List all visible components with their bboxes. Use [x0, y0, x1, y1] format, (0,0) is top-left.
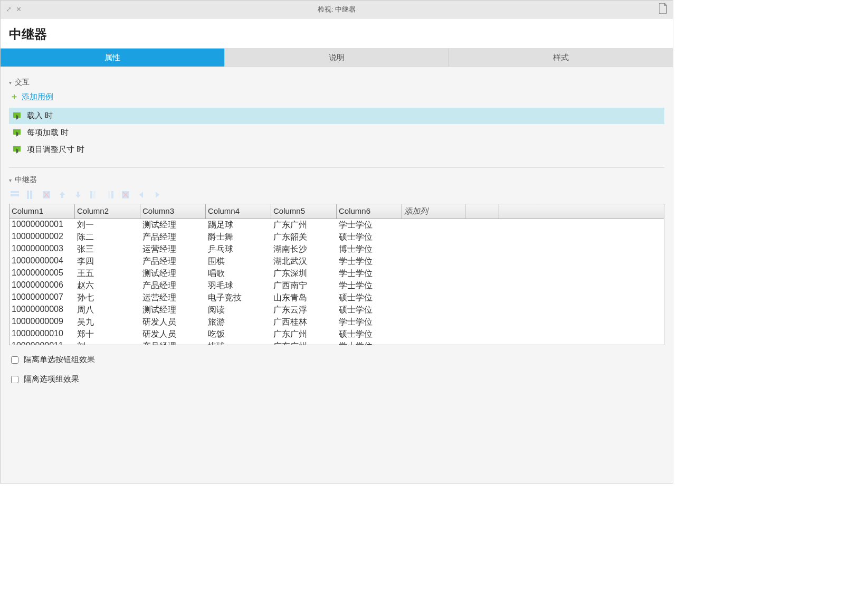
column-header[interactable]: Column3	[140, 204, 206, 219]
table-cell[interactable]: 硕士学位	[337, 292, 402, 304]
table-cell[interactable]: 乒乓球	[206, 243, 271, 255]
table-cell[interactable]: 广西桂林	[271, 316, 337, 328]
tab-style[interactable]: 样式	[449, 49, 673, 67]
table-cell[interactable]: 10000000008	[9, 304, 75, 316]
table-row[interactable]: 10000000004李四产品经理围棋湖北武汉学士学位	[9, 255, 664, 268]
column-header[interactable]: Column4	[206, 204, 271, 219]
table-cell[interactable]: 博士学位	[337, 243, 402, 255]
table-cell[interactable]: 产品经理	[140, 255, 206, 268]
table-cell[interactable]: 硕士学位	[337, 328, 402, 340]
event-onitemload[interactable]: 每项加载 时	[9, 125, 664, 141]
move-up-icon[interactable]	[58, 190, 67, 200]
table-cell[interactable]: 山东青岛	[271, 292, 337, 304]
table-row[interactable]: 10000000003张三运营经理乒乓球湖南长沙博士学位	[9, 243, 664, 255]
table-cell[interactable]: 测试经理	[140, 304, 206, 316]
table-cell[interactable]: 陈二	[75, 231, 140, 243]
table-cell[interactable]: 孙七	[75, 292, 140, 304]
table-cell[interactable]: 运营经理	[140, 243, 206, 255]
table-cell[interactable]: 研发人员	[140, 328, 206, 340]
table-cell[interactable]: 运营经理	[140, 292, 206, 304]
table-cell[interactable]: 10000000006	[9, 280, 75, 292]
table-cell[interactable]: 广东云浮	[271, 304, 337, 316]
delete-icon[interactable]	[42, 190, 51, 200]
section-header-repeater[interactable]: ▾ 中继器	[9, 175, 664, 185]
table-cell[interactable]: 周八	[75, 304, 140, 316]
col-left-icon[interactable]	[89, 190, 99, 200]
table-row[interactable]: 10000000010郑十研发人员吃饭广东广州硕士学位	[9, 328, 664, 340]
table-cell[interactable]: 学士学位	[337, 255, 402, 268]
table-cell[interactable]: 刘一一	[75, 340, 140, 345]
table-cell[interactable]: 学士学位	[337, 268, 402, 280]
table-cell[interactable]: 刘一	[75, 219, 140, 231]
table-row[interactable]: 10000000005王五测试经理唱歌广东深圳学士学位	[9, 268, 664, 280]
table-cell[interactable]: 学士学位	[337, 219, 402, 231]
add-column-header[interactable]: 添加列	[402, 204, 465, 219]
checkbox-row-isolate-selection[interactable]: 隔离选项组效果	[11, 374, 664, 384]
add-row-icon[interactable]	[10, 190, 20, 200]
add-case-link[interactable]: ＋ 添加用例	[10, 91, 664, 102]
table-cell[interactable]: 10000000003	[9, 243, 75, 255]
arrow-left-icon[interactable]	[137, 190, 146, 200]
table-cell[interactable]: 吴九	[75, 316, 140, 328]
table-cell[interactable]: 10000000001	[9, 219, 75, 231]
table-cell[interactable]: 电子竞技	[206, 292, 271, 304]
table-cell[interactable]: 张三	[75, 243, 140, 255]
table-cell[interactable]: 踢足球	[206, 219, 271, 231]
table-cell[interactable]: 10000000007	[9, 292, 75, 304]
table-cell[interactable]: 吃饭	[206, 328, 271, 340]
document-icon[interactable]	[659, 3, 668, 14]
table-cell[interactable]: 爵士舞	[206, 231, 271, 243]
table-cell[interactable]: 广东广州	[271, 340, 337, 345]
table-cell[interactable]: 10000000002	[9, 231, 75, 243]
checkbox-isolate-radio[interactable]	[11, 356, 18, 364]
col-right-icon[interactable]	[105, 190, 115, 200]
table-cell[interactable]: 测试经理	[140, 268, 206, 280]
table-row[interactable]: 10000000008周八测试经理阅读广东云浮硕士学位	[9, 304, 664, 316]
table-cell[interactable]: 郑十	[75, 328, 140, 340]
column-header[interactable]: Column2	[75, 204, 140, 219]
grid-body[interactable]: 10000000001刘一测试经理踢足球广东广州学士学位10000000002陈…	[9, 219, 664, 345]
table-cell[interactable]: 研发人员	[140, 316, 206, 328]
arrow-right-icon[interactable]	[152, 190, 162, 200]
checkbox-isolate-selection[interactable]	[11, 376, 18, 383]
table-row[interactable]: 10000000006赵六产品经理羽毛球广西南宁学士学位	[9, 280, 664, 292]
add-col-icon[interactable]	[26, 190, 35, 200]
table-row[interactable]: 10000000009吴九研发人员旅游广西桂林学士学位	[9, 316, 664, 328]
table-cell[interactable]: 羽毛球	[206, 280, 271, 292]
tab-properties[interactable]: 属性	[1, 49, 225, 67]
table-cell[interactable]: 产品经理	[140, 231, 206, 243]
table-cell[interactable]: 硕士学位	[337, 304, 402, 316]
column-header[interactable]: Column6	[337, 204, 402, 219]
table-row[interactable]: 10000000001刘一测试经理踢足球广东广州学士学位	[9, 219, 664, 231]
table-cell[interactable]: 广西南宁	[271, 280, 337, 292]
table-cell[interactable]: 赵六	[75, 280, 140, 292]
table-row[interactable]: 10000000011刘一一产品经理排球广东广州学士学位	[9, 340, 664, 345]
table-cell[interactable]: 产品经理	[140, 280, 206, 292]
table-cell[interactable]: 10000000011	[9, 340, 75, 345]
table-cell[interactable]: 学士学位	[337, 316, 402, 328]
table-cell[interactable]: 排球	[206, 340, 271, 345]
table-cell[interactable]: 学士学位	[337, 340, 402, 345]
table-cell[interactable]: 广东韶关	[271, 231, 337, 243]
table-cell[interactable]: 硕士学位	[337, 231, 402, 243]
table-cell[interactable]: 旅游	[206, 316, 271, 328]
move-down-icon[interactable]	[73, 190, 83, 200]
table-cell[interactable]: 广东深圳	[271, 268, 337, 280]
table-cell[interactable]: 10000000005	[9, 268, 75, 280]
table-cell[interactable]: 广东广州	[271, 219, 337, 231]
table-row[interactable]: 10000000007孙七运营经理电子竞技山东青岛硕士学位	[9, 292, 664, 304]
tab-notes[interactable]: 说明	[225, 49, 449, 67]
table-cell[interactable]: 湖南长沙	[271, 243, 337, 255]
table-cell[interactable]: 唱歌	[206, 268, 271, 280]
table-cell[interactable]: 湖北武汉	[271, 255, 337, 268]
table-row[interactable]: 10000000002陈二产品经理爵士舞广东韶关硕士学位	[9, 231, 664, 243]
table-cell[interactable]: 广东广州	[271, 328, 337, 340]
table-cell[interactable]: 李四	[75, 255, 140, 268]
table-cell[interactable]: 围棋	[206, 255, 271, 268]
column-header[interactable]: Column1	[9, 204, 75, 219]
event-onload[interactable]: 载入 时	[9, 108, 664, 124]
table-cell[interactable]: 学士学位	[337, 280, 402, 292]
expand-icon[interactable]: ⤢	[6, 5, 12, 13]
event-onitemresize[interactable]: 项目调整尺寸 时	[9, 141, 664, 158]
close-icon[interactable]: ✕	[16, 5, 22, 13]
